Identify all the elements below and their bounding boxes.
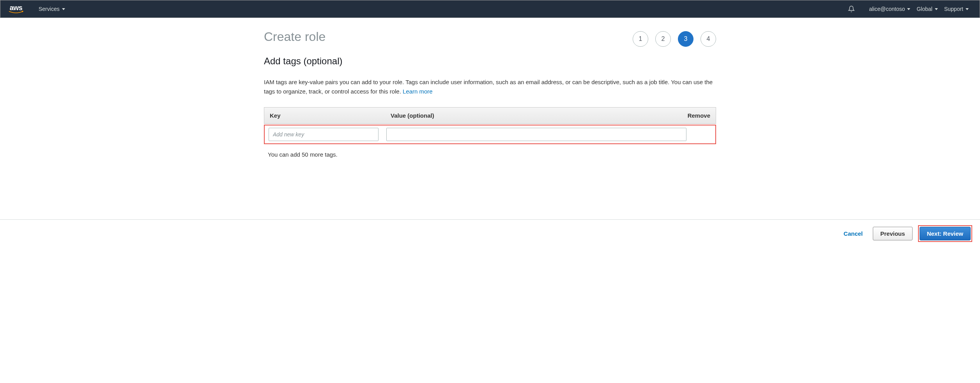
step-indicator: 1 2 3 4: [633, 31, 716, 47]
step-2[interactable]: 2: [655, 31, 671, 47]
notifications-icon[interactable]: [845, 5, 858, 12]
account-menu[interactable]: alice@contoso: [866, 6, 913, 12]
region-label: Global: [916, 6, 932, 12]
chevron-down-icon: [966, 8, 969, 10]
services-label: Services: [39, 6, 60, 12]
top-navigation: aws Services alice@contoso Global Suppor…: [0, 0, 980, 18]
column-header-remove: Remove: [679, 112, 710, 119]
tags-table-header: Key Value (optional) Remove: [264, 107, 716, 124]
page-title: Create role: [264, 30, 325, 44]
step-4[interactable]: 4: [701, 31, 716, 47]
tag-count-hint: You can add 50 more tags.: [264, 144, 716, 165]
previous-button[interactable]: Previous: [873, 227, 912, 240]
learn-more-link[interactable]: Learn more: [403, 88, 433, 95]
chevron-down-icon: [907, 8, 910, 10]
bell-icon: [848, 5, 855, 12]
support-menu[interactable]: Support: [941, 6, 972, 12]
description-text: IAM tags are key-value pairs you can add…: [264, 78, 716, 96]
aws-logo[interactable]: aws: [8, 4, 24, 14]
cancel-button[interactable]: Cancel: [839, 227, 867, 240]
aws-smile-icon: [8, 11, 24, 14]
region-menu[interactable]: Global: [913, 6, 941, 12]
chevron-down-icon: [935, 8, 938, 10]
chevron-down-icon: [62, 8, 65, 10]
column-header-value: Value (optional): [391, 112, 679, 119]
tags-input-row: [264, 125, 716, 144]
section-title: Add tags (optional): [264, 56, 716, 67]
user-label: alice@contoso: [869, 6, 905, 12]
next-button-highlight: Next: Review: [918, 225, 972, 242]
step-3[interactable]: 3: [678, 31, 693, 47]
support-label: Support: [944, 6, 963, 12]
tag-key-input[interactable]: [269, 128, 379, 141]
description-body: IAM tags are key-value pairs you can add…: [264, 79, 713, 95]
services-menu[interactable]: Services: [35, 6, 68, 12]
step-1[interactable]: 1: [633, 31, 648, 47]
next-review-button[interactable]: Next: Review: [920, 227, 971, 240]
footer-actions: Cancel Previous Next: Review: [0, 219, 980, 247]
main-content: Create role 1 2 3 4 Add tags (optional) …: [256, 18, 724, 173]
column-header-key: Key: [270, 112, 391, 119]
tag-value-input[interactable]: [386, 128, 686, 141]
